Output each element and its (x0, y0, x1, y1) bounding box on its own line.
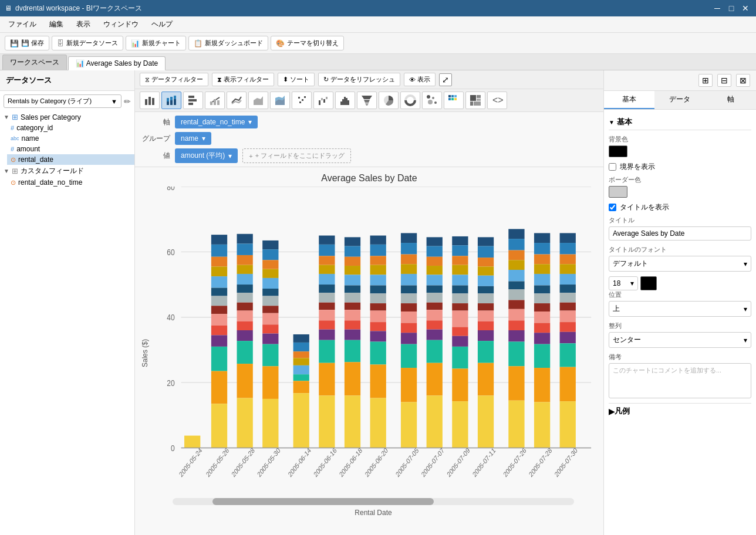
custom-fields-expand[interactable]: ▼ ⊞ カスタムフィールド (0, 165, 134, 177)
field-amount[interactable]: # amount (7, 144, 134, 154)
field-category-id[interactable]: # category_id (7, 123, 134, 133)
legend-section-header[interactable]: ▶ 凡例 (609, 403, 751, 419)
fields-group: # category_id abc name # amount ⊙ rental… (7, 123, 134, 165)
hash-icon-2: # (11, 145, 14, 153)
chart-type-bar-vertical[interactable] (140, 92, 160, 109)
chart-type-histogram[interactable] (335, 92, 355, 109)
sort-button[interactable]: ⬍ ソート (278, 73, 315, 86)
chart-type-pie[interactable] (379, 92, 399, 109)
value-value: amount (平均) (181, 151, 225, 161)
memo-textarea[interactable]: このチャートにコメントを追加する... (609, 363, 751, 398)
svg-rect-119 (319, 274, 335, 285)
edit-datasource-icon[interactable]: ✏ (124, 97, 131, 106)
menu-window[interactable]: ウィンドウ (97, 17, 144, 32)
font-value: デフォルト (613, 259, 648, 269)
show-title-checkbox[interactable] (609, 204, 616, 211)
menu-edit[interactable]: 編集 (43, 17, 69, 32)
svg-rect-85 (237, 293, 253, 303)
close-button[interactable]: ✕ (740, 2, 751, 14)
table-expand-item[interactable]: ▼ ⊞ Sales per Category (0, 111, 134, 123)
bg-color-swatch[interactable] (609, 145, 627, 157)
chart-type-stacked-area[interactable] (270, 92, 290, 109)
titlebar-controls[interactable]: ─ □ ✕ (711, 2, 751, 14)
new-datasource-button[interactable]: 🗄 新規データソース (52, 36, 123, 50)
title-input[interactable]: Average Sales by Date (609, 226, 751, 241)
tab-data[interactable]: データ (654, 91, 705, 109)
chart-type-custom[interactable]: <> (487, 92, 507, 109)
border-checkbox[interactable] (609, 163, 616, 171)
svg-rect-27 (340, 101, 342, 105)
chevron-axis-icon: ▾ (248, 118, 252, 126)
menu-help[interactable]: ヘルプ (146, 17, 178, 32)
add-field-button[interactable]: + + フィールドをここにドラッグ (242, 148, 351, 163)
chart-type-horizontal-bar[interactable] (183, 92, 203, 109)
bar-chart-svg: 0 20 40 60 80 (149, 187, 598, 497)
chart-type-scatter[interactable] (292, 92, 312, 109)
svg-rect-52 (474, 101, 481, 106)
chart-type-area[interactable] (248, 92, 268, 109)
svg-rect-123 (319, 310, 335, 320)
svg-rect-81 (237, 255, 253, 265)
font-size-input[interactable]: 18 ▾ (609, 276, 638, 290)
svg-rect-20 (302, 99, 303, 101)
font-color-swatch[interactable] (640, 276, 657, 290)
svg-rect-28 (342, 99, 344, 105)
expand-button[interactable]: ⤢ (439, 73, 452, 86)
datasource-dropdown[interactable]: Rentals by Category (ライブ) ▼ (4, 94, 122, 108)
custom-field-rental-date[interactable]: ⊙ rental_date_no_time (7, 177, 134, 188)
tab-workspace[interactable]: ワークスペース (2, 55, 67, 70)
axis-dropdown[interactable]: rental_date_no_time ▾ (175, 116, 258, 128)
svg-rect-144 (370, 245, 386, 256)
maximize-button[interactable]: □ (725, 2, 737, 14)
menu-view[interactable]: 表示 (70, 17, 96, 32)
chart-icon: 📊 (131, 39, 140, 48)
tab-axis[interactable]: 軸 (706, 91, 756, 109)
view-button[interactable]: 👁 表示 (404, 73, 436, 86)
chart-type-funnel[interactable] (357, 92, 377, 109)
axis-config: 軸 rental_date_no_time ▾ グループ name ▾ 値 am… (135, 112, 603, 167)
minimize-button[interactable]: ─ (711, 2, 723, 14)
svg-text:2005-07-09: 2005-07-09 (446, 446, 471, 479)
menu-file[interactable]: ファイル (2, 17, 42, 32)
panel-icon-grid2[interactable]: ⊟ (717, 74, 731, 87)
chart-type-multi-line[interactable] (227, 92, 247, 109)
chart-type-treemap[interactable] (465, 92, 485, 109)
panel-icon-grid1[interactable]: ⊞ (698, 74, 713, 87)
panel-icon-grid3[interactable]: ⊠ (736, 74, 750, 87)
tab-basic[interactable]: 基本 (604, 91, 654, 109)
svg-rect-198 (452, 401, 468, 448)
border-color-swatch[interactable] (609, 186, 627, 198)
svg-rect-118 (319, 265, 335, 274)
data-filter-button[interactable]: ⧖ データフィルター (140, 73, 208, 86)
save-button[interactable]: 💾 💾 保存 (5, 36, 49, 50)
scrollbar-thumb[interactable] (212, 498, 433, 505)
basic-section-header[interactable]: ▼ 基本 (609, 114, 751, 130)
new-chart-button[interactable]: 📊 新規チャート (126, 36, 186, 50)
refresh-button[interactable]: ↻ データをリフレッシュ (318, 73, 400, 86)
svg-rect-110 (293, 358, 309, 365)
theme-switch-button[interactable]: 🎨 テーマを切り替え (271, 36, 344, 50)
svg-rect-138 (345, 320, 360, 329)
custom-fields-label: カスタムフィールド (21, 166, 84, 176)
field-name[interactable]: abc name (7, 133, 134, 144)
hash-icon: # (11, 124, 14, 131)
view-filter-button[interactable]: ⧗ 表示フィルター (212, 73, 274, 86)
svg-rect-253 (560, 367, 576, 401)
svg-text:60: 60 (167, 248, 175, 258)
chart-type-heatmap[interactable] (444, 92, 464, 109)
align-dropdown[interactable]: センター ▾ (609, 332, 751, 348)
field-rental-date[interactable]: ⊙ rental_date (7, 154, 134, 165)
font-dropdown[interactable]: デフォルト ▾ (609, 256, 751, 272)
chart-type-donut[interactable] (400, 92, 420, 109)
new-dashboard-button[interactable]: 📋 新規ダッシュボード (188, 36, 268, 50)
position-value: 上 (613, 304, 620, 314)
tab-chart[interactable]: 📊 Average Sales by Date (68, 56, 166, 70)
custom-fields-group: ⊙ rental_date_no_time (7, 177, 134, 188)
group-dropdown[interactable]: name ▾ (175, 132, 211, 145)
chart-type-dot-map[interactable] (422, 92, 442, 109)
chart-type-line-bar[interactable] (205, 92, 225, 109)
position-dropdown[interactable]: 上 ▾ (609, 301, 751, 317)
chart-type-waterfall[interactable] (313, 92, 333, 109)
value-dropdown[interactable]: amount (平均) ▾ (175, 148, 238, 163)
chart-type-stacked-bar[interactable] (161, 92, 181, 109)
